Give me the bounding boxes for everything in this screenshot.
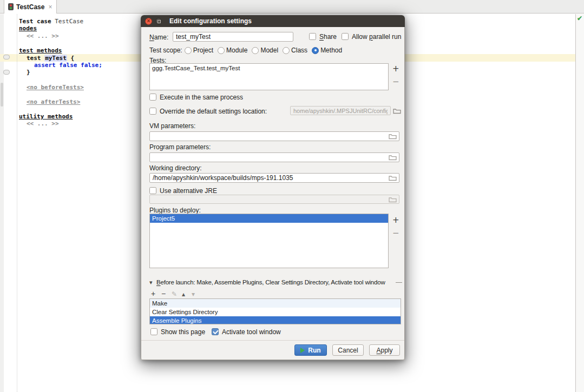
code-line[interactable]: << ... >> [27,120,59,127]
working-directory-input[interactable] [149,173,399,183]
plugins-remove-button[interactable]: − [392,229,399,237]
tests-list-item[interactable]: ggg.TestCase_Test.test_myTest [150,64,388,72]
code-line[interactable]: } [27,69,30,76]
override-settings-checkbox[interactable]: Override the default settings location: [149,107,267,115]
before-launch-header[interactable]: Before launch: Make, Assemble Plugins, C… [156,279,385,285]
code-line[interactable]: << ... >> [27,32,59,39]
before-launch-list[interactable]: Make Clear Settings Directory Assemble P… [149,298,401,324]
dialog-content: Name: Share Allow parallel run Test scop… [141,27,405,360]
scope-option-model[interactable]: Model [252,46,278,54]
window-maximize-button[interactable] [155,18,162,24]
override-folder-icon[interactable] [393,108,401,114]
label-text: arallel run [373,33,402,41]
before-launch-collapse-icon[interactable]: ▾ [149,279,153,286]
program-parameters-input[interactable] [149,152,399,162]
testcase-icon [8,3,14,10]
vm-parameters-input[interactable] [149,131,399,141]
left-stripe-thumb[interactable] [1,83,3,107]
use-alternative-jre-checkbox[interactable]: Use alternative JRE [149,187,217,195]
use-alternative-jre-label: Use alternative JRE [160,187,217,195]
before-launch-edit-icon[interactable]: ✎ [172,291,177,297]
before-launch-item[interactable]: Clear Settings Directory [150,308,401,316]
jre-folder-icon[interactable] [389,196,397,203]
tab-close-icon[interactable]: × [48,3,52,11]
inspection-ok-icon[interactable]: ✔ [577,15,582,22]
activate-tool-window-label: Activate tool window [222,328,281,336]
code-line[interactable]: <no beforeTests> [27,84,84,91]
execute-same-process-checkbox[interactable]: Execute in the same process [149,93,243,101]
apply-button-label: Apply [376,347,392,354]
radio-label: Project [193,46,213,54]
tests-remove-button[interactable]: − [392,78,399,85]
allow-parallel-run-checkbox[interactable]: Allow parallel run [342,32,401,41]
tab-testcase[interactable]: TestCase × [4,0,57,14]
checkbox-box [149,108,156,115]
checkbox-box [149,94,156,101]
program-folder-icon[interactable] [389,154,397,161]
window-close-button[interactable]: × [145,18,152,25]
plugins-list-item-selected[interactable]: Project5 [150,214,388,223]
working-directory-label: Working directory: [149,164,201,172]
code-line[interactable]: utility methods [19,113,73,120]
name-label: Name: [149,34,168,41]
code-line[interactable]: test myTest { [27,55,74,62]
code-line[interactable]: Test case TestCase [19,18,83,25]
label-text: hare [324,33,337,41]
fold-marker[interactable] [3,55,10,59]
code-line[interactable]: test methods [19,47,62,54]
code-line[interactable]: <no afterTests> [27,98,80,105]
scope-option-class[interactable]: Class [283,46,307,54]
play-icon [300,348,305,353]
code-line[interactable]: nodes [19,25,37,32]
scope-option-module[interactable]: Module [218,46,247,54]
radio-label: Class [291,46,307,54]
before-launch-move-up-button[interactable]: ▴ [182,291,185,297]
code-keyword: test [27,55,41,62]
tab-title: TestCase [16,3,44,11]
vm-parameters-label: VM parameters: [149,122,195,130]
show-this-page-checkbox[interactable]: Show this page [150,328,205,336]
plugins-list[interactable]: Project5 [149,214,389,268]
share-checkbox[interactable]: Share [309,32,337,41]
activate-tool-window-checkbox[interactable]: Activate tool window [212,328,281,336]
inspection-stripe: ✔ [575,14,584,392]
radio-label: Method [320,46,342,54]
scope-option-project[interactable]: Project [185,46,213,54]
apply-button[interactable]: Apply [369,344,400,356]
edit-configuration-dialog: × Edit configuration settings Name: Shar… [141,15,405,360]
checkbox-box [309,33,316,40]
before-launch-remove-button[interactable]: − [161,290,166,297]
mnemonic: A [376,347,380,354]
radio-button [252,47,259,54]
before-launch-item-selected[interactable]: Assemble Plugins [150,316,401,324]
mnemonic: N [149,34,154,41]
cancel-button[interactable]: Cancel [332,344,364,356]
fold-marker[interactable] [3,70,10,75]
checkbox-box [150,328,158,335]
label-text: pply [381,347,393,354]
show-this-page-label: Show this page [161,328,205,336]
plugins-add-button[interactable]: + [392,216,399,224]
plugins-to-deploy-label: Plugins to deploy: [149,207,201,214]
scope-option-method[interactable]: Method [312,46,342,54]
radio-button [185,47,192,54]
before-launch-move-down-button[interactable]: ▾ [192,291,195,297]
editor-tab-bar: TestCase × [0,0,584,14]
vm-folder-icon[interactable] [389,133,397,139]
before-launch-add-button[interactable]: + [151,290,155,297]
run-button-label: Run [308,347,320,354]
dialog-titlebar[interactable]: × Edit configuration settings [141,15,405,27]
workdir-folder-icon[interactable] [389,175,397,181]
label-text: Allow [352,33,369,41]
tests-add-button[interactable]: + [392,65,399,72]
code-line[interactable]: assert false false; [34,62,102,69]
before-launch-item[interactable]: Make [150,299,401,308]
name-input[interactable] [173,32,293,42]
checkbox-box [149,187,156,194]
before-launch-separator-dash [396,282,402,283]
run-button[interactable]: Run [294,344,327,356]
code-name: TestCase [55,18,83,25]
gutter-indent-line [17,14,17,392]
tests-list[interactable]: ggg.TestCase_Test.test_myTest [149,63,389,90]
label-text: ame: [154,34,169,41]
